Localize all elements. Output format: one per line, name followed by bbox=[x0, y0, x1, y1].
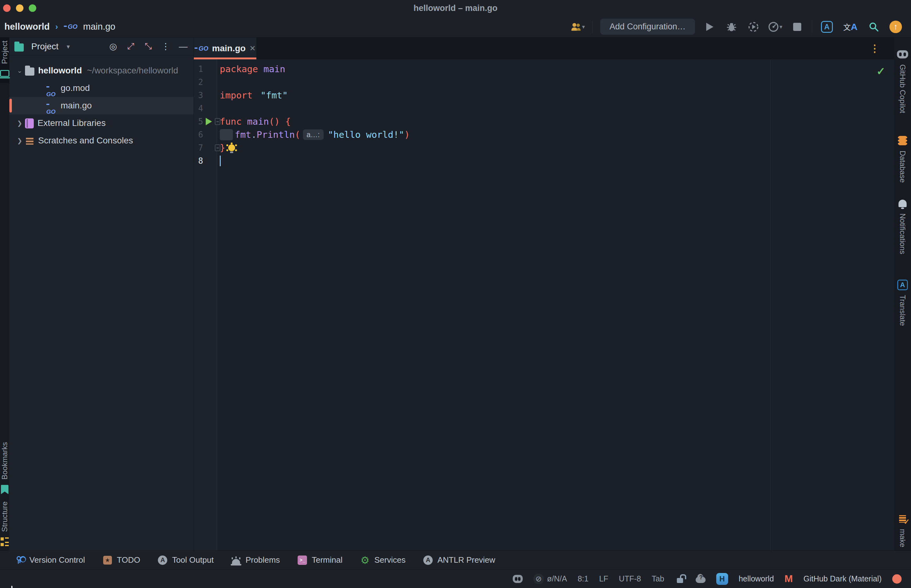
run-with-coverage-button[interactable] bbox=[746, 20, 761, 34]
stripe-button-database[interactable]: Database bbox=[897, 132, 908, 186]
gear-icon: ⚙ bbox=[360, 555, 370, 565]
terminal-icon: >_ bbox=[298, 556, 307, 565]
translate-icon[interactable]: 文A bbox=[841, 20, 859, 34]
close-tab-icon[interactable]: ✕ bbox=[249, 44, 256, 53]
code-token: fmt bbox=[235, 128, 251, 141]
breadcrumb-project[interactable]: helloworld bbox=[4, 21, 50, 32]
stripe-button-github-copilot[interactable]: GitHub Copilot bbox=[897, 45, 908, 116]
tool-window-button-version-control[interactable]: Version Control bbox=[13, 555, 94, 565]
chevron-down-icon: ▾ bbox=[582, 23, 585, 30]
project-badge[interactable]: H bbox=[716, 573, 728, 585]
tool-window-button-tool-output[interactable]: ATool Output bbox=[155, 555, 222, 565]
line-number: 1 bbox=[194, 63, 217, 76]
tree-item-external-libraries[interactable]: ❯External Libraries bbox=[10, 114, 194, 132]
tool-window-button-antlr-preview[interactable]: AANTLR Preview bbox=[421, 555, 504, 565]
breadcrumb: helloworld › GO main.go bbox=[0, 21, 115, 32]
code-line-4[interactable]: 4 bbox=[194, 102, 894, 115]
stop-button[interactable] bbox=[790, 20, 804, 34]
code-line-6[interactable]: 6fmt.Println(a…:"hello world!") bbox=[194, 128, 894, 141]
line-separator[interactable]: LF bbox=[599, 574, 608, 583]
code-token: import bbox=[220, 89, 258, 102]
tool-window-button-problems[interactable]: Problems bbox=[228, 555, 288, 565]
run-button[interactable] bbox=[702, 20, 717, 34]
todo-icon: ★ bbox=[103, 556, 112, 565]
run-main-icon[interactable] bbox=[206, 118, 212, 125]
stripe-button-bookmarks[interactable]: Bookmarks bbox=[0, 439, 10, 498]
cloud-settings-icon[interactable] bbox=[696, 574, 705, 584]
stripe-button-translate[interactable]: ATranslate bbox=[897, 276, 908, 329]
project-tree: ⌄helloworld~/workspace/helloworldGOgo.mo… bbox=[10, 56, 194, 149]
code-line-7[interactable]: 7−} bbox=[194, 141, 894, 154]
profiler-button[interactable]: ▾ bbox=[768, 20, 783, 34]
circle-a-icon: A bbox=[158, 556, 167, 565]
laptop-icon bbox=[0, 70, 10, 77]
theme-name[interactable]: GitHub Dark (Material) bbox=[803, 574, 882, 583]
intention-bulb-icon[interactable] bbox=[228, 144, 235, 151]
scratches-icon bbox=[25, 137, 34, 146]
memory-indicator[interactable]: ⊘ ø/N/A bbox=[533, 573, 567, 584]
breadcrumb-file[interactable]: main.go bbox=[83, 21, 115, 32]
terminal-icon: >_ bbox=[297, 555, 307, 565]
editor-tab-bar: GO main.go ✕ ⋮ bbox=[194, 37, 894, 59]
library-icon bbox=[25, 118, 34, 128]
code-line-content bbox=[217, 102, 220, 115]
circle-a-icon: A bbox=[158, 555, 168, 565]
hide-panel-icon[interactable]: — bbox=[178, 42, 189, 52]
ai-assistant-icon[interactable]: A bbox=[820, 20, 834, 34]
status-project-name[interactable]: helloworld bbox=[739, 574, 774, 583]
chevron-right-icon[interactable]: ❯ bbox=[15, 137, 25, 144]
code-token: main bbox=[264, 63, 285, 76]
code-with-me-icon[interactable]: ▾ bbox=[571, 20, 585, 34]
tab-label: main.go bbox=[212, 44, 245, 53]
chevron-down-icon[interactable]: ▾ bbox=[63, 43, 73, 50]
go-file-icon: GO bbox=[194, 45, 208, 52]
debug-button[interactable] bbox=[724, 20, 739, 34]
code-token: () { bbox=[269, 115, 291, 128]
chevron-down-icon[interactable]: ⌄ bbox=[15, 67, 25, 74]
stripe-button-project[interactable]: Project bbox=[0, 37, 10, 83]
file-encoding[interactable]: UTF-8 bbox=[619, 574, 641, 583]
expand-all-icon[interactable]: ⤢ bbox=[125, 41, 136, 52]
tool-window-button-todo[interactable]: ★TODO bbox=[100, 555, 149, 565]
stripe-button-notifications[interactable]: Notifications bbox=[897, 195, 908, 257]
copilot-status-icon[interactable] bbox=[513, 574, 523, 584]
material-theme-icon[interactable]: M bbox=[785, 573, 793, 585]
code-token: package bbox=[220, 63, 264, 76]
add-configuration-button[interactable]: Add Configuration… bbox=[600, 19, 695, 35]
tree-item-helloworld[interactable]: ⌄helloworld~/workspace/helloworld bbox=[10, 62, 194, 79]
code-editor[interactable]: ✓ 1package main23import "fmt"45−func mai… bbox=[194, 59, 894, 551]
tree-item-scratches-and-consoles[interactable]: ❯Scratches and Consoles bbox=[10, 132, 194, 149]
caret-position[interactable]: 8:1 bbox=[578, 574, 589, 583]
more-options-icon[interactable]: ⋮ bbox=[160, 41, 171, 52]
tool-window-button-terminal[interactable]: >_Terminal bbox=[295, 555, 351, 565]
stripe-button-structure[interactable]: Structure bbox=[0, 498, 10, 551]
update-available-icon[interactable]: ↑ bbox=[888, 20, 903, 34]
stripe-button-make[interactable]: make bbox=[897, 510, 908, 551]
parameter-hint-chip: a…: bbox=[303, 129, 324, 140]
search-everywhere-icon[interactable] bbox=[867, 20, 881, 34]
chevron-right-icon[interactable]: ❯ bbox=[15, 120, 25, 127]
tab-options-icon[interactable]: ⋮ bbox=[870, 37, 880, 59]
theme-accent-dot[interactable] bbox=[892, 574, 901, 584]
code-line-2[interactable]: 2 bbox=[194, 76, 894, 89]
code-line-5[interactable]: 5−func main() { bbox=[194, 115, 894, 128]
tree-item-main-go[interactable]: GOmain.go bbox=[10, 97, 194, 114]
tree-item-path: ~/workspace/helloworld bbox=[87, 66, 178, 76]
navigation-bar: helloworld › GO main.go ▾ Add Configurat… bbox=[0, 16, 911, 37]
tool-window-button-services[interactable]: ⚙Services bbox=[358, 555, 414, 565]
database-icon bbox=[898, 136, 907, 145]
indent-style[interactable]: Tab bbox=[652, 574, 664, 583]
project-panel-title[interactable]: Project bbox=[31, 42, 58, 52]
translate-icon: A bbox=[897, 279, 908, 291]
code-line-8[interactable]: 8 bbox=[194, 154, 894, 168]
tab-main-go[interactable]: GO main.go ✕ bbox=[194, 37, 256, 59]
locate-file-icon[interactable]: ◎ bbox=[108, 41, 118, 52]
tree-item-go-mod[interactable]: GOgo.mod bbox=[10, 79, 194, 97]
go-file-icon: GO bbox=[64, 23, 78, 30]
siren-icon bbox=[231, 555, 241, 565]
bell-icon bbox=[898, 200, 907, 207]
code-line-1[interactable]: 1package main bbox=[194, 63, 894, 76]
unlock-icon[interactable] bbox=[675, 574, 685, 584]
code-line-3[interactable]: 3import "fmt" bbox=[194, 89, 894, 102]
collapse-all-icon[interactable]: ⤡ bbox=[143, 41, 154, 52]
